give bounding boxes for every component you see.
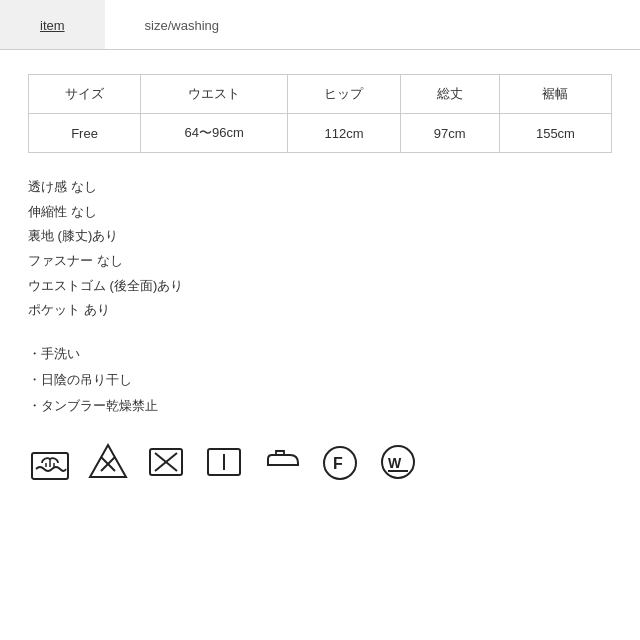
care-drip-dry: ・日陰の吊り干し <box>28 367 612 393</box>
property-stretch: 伸縮性 なし <box>28 200 612 225</box>
col-size: サイズ <box>29 75 141 114</box>
cell-hip-value: 112cm <box>288 114 400 153</box>
cell-hem-value: 155cm <box>499 114 611 153</box>
tab-item[interactable]: item <box>0 0 105 49</box>
main-content: サイズ ウエスト ヒップ 総丈 裾幅 Free 64〜96cm 112cm 97… <box>0 50 640 503</box>
tab-size-washing-label: size/washing <box>145 18 219 33</box>
cell-length-value: 97cm <box>400 114 499 153</box>
col-waist: ウエスト <box>141 75 288 114</box>
tab-size-washing[interactable]: size/washing <box>105 0 259 49</box>
handwash-icon <box>28 439 72 483</box>
svg-text:F: F <box>333 455 343 472</box>
iron-icon <box>260 439 304 483</box>
drip-dry-icon <box>202 439 246 483</box>
care-no-tumble: ・タンブラー乾燥禁止 <box>28 393 612 419</box>
cell-size-value: Free <box>29 114 141 153</box>
care-handwash: ・手洗い <box>28 341 612 367</box>
table-row: Free 64〜96cm 112cm 97cm 155cm <box>29 114 612 153</box>
property-waistband: ウエストゴム (後全面)あり <box>28 274 612 299</box>
property-pocket: ポケット あり <box>28 298 612 323</box>
col-length: 総丈 <box>400 75 499 114</box>
properties-list: 透け感 なし 伸縮性 なし 裏地 (膝丈)あり ファスナー なし ウエストゴム … <box>28 175 612 323</box>
col-hip: ヒップ <box>288 75 400 114</box>
property-fastener: ファスナー なし <box>28 249 612 274</box>
table-header-row: サイズ ウエスト ヒップ 総丈 裾幅 <box>29 75 612 114</box>
property-transparency: 透け感 なし <box>28 175 612 200</box>
cell-waist-value: 64〜96cm <box>141 114 288 153</box>
tab-bar: item size/washing <box>0 0 640 50</box>
care-icons-row: F W <box>28 439 612 483</box>
size-table: サイズ ウエスト ヒップ 総丈 裾幅 Free 64〜96cm 112cm 97… <box>28 74 612 153</box>
svg-marker-1 <box>90 445 126 477</box>
tab-item-label: item <box>40 18 65 33</box>
dry-clean-f-icon: F <box>318 439 362 483</box>
svg-text:W: W <box>388 455 402 471</box>
property-lining: 裏地 (膝丈)あり <box>28 224 612 249</box>
no-bleach-icon <box>86 439 130 483</box>
care-instructions: ・手洗い ・日陰の吊り干し ・タンブラー乾燥禁止 <box>28 341 612 419</box>
wet-clean-w-icon: W <box>376 439 420 483</box>
no-tumble-dry-icon <box>144 439 188 483</box>
col-hem: 裾幅 <box>499 75 611 114</box>
